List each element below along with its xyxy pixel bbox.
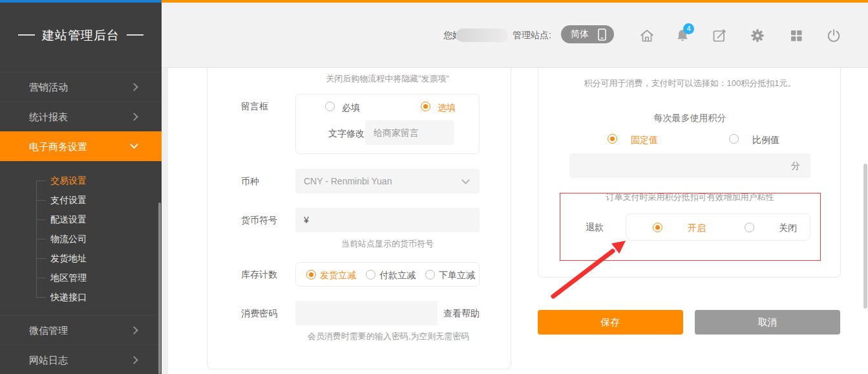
notification-badge: 4 [683,23,694,34]
submenu-item-region-management[interactable]: 地区管理 [0,268,162,287]
chevron-down-icon [130,140,138,149]
trade-settings-panel-left: 关闭后购物流程中将隐藏”发票项” 留言框 必填 选填 文字修改 给商家留言 币种… [207,68,511,369]
title-dash-left [18,34,35,36]
annotation-arrow [543,234,633,302]
consume-password-label: 消费密码 [241,301,277,325]
message-box-label: 留言框 [241,94,268,118]
cancel-button[interactable]: 取消 [695,310,840,335]
radio-refund-off-label[interactable]: 关闭 [779,223,797,234]
submenu-item-shipping-address[interactable]: 发货地址 [0,248,162,268]
stock-count-group: 发货立减 付款立减 下单立减 [295,262,480,287]
radio-fixed-value-label[interactable]: 固定值 [631,135,658,146]
submenu-item-logistics-company[interactable]: 物流公司 [0,229,162,248]
sidebar-item-reports[interactable]: 统计报表 [0,102,162,131]
invoice-note: 关闭后购物流程中将隐藏”发票项” [295,73,480,85]
radio-optional[interactable] [421,102,430,111]
refund-group: 开启 关闭 [626,214,810,241]
radio-required-label[interactable]: 必填 [342,102,360,114]
radio-ship-deduct[interactable] [306,270,316,280]
home-icon[interactable] [639,27,655,44]
sidebar-scrollbar[interactable] [158,203,161,374]
content-area: 关闭后购物流程中将隐藏”发票项” 留言框 必填 选填 文字修改 给商家留言 币种… [162,68,868,374]
radio-refund-on[interactable] [653,223,662,232]
save-button[interactable]: 保存 [538,310,683,335]
radio-order-deduct-label[interactable]: 下单立减 [439,270,475,281]
ecommerce-submenu: 交易设置 支付设置 配送设置 物流公司 发货地址 地区管理 快递接口 [0,161,162,315]
text-edit-label: 文字修改 [328,128,365,140]
sidebar-item-ecommerce-settings[interactable]: 电子商务设置 [0,131,162,161]
edit-icon[interactable] [711,27,728,44]
page-scrollbar[interactable] [863,164,867,309]
bell-icon[interactable]: 4 [674,27,691,44]
chevron-down-icon [461,176,470,184]
chevron-right-icon [130,113,138,121]
title-dash-right [127,34,143,36]
power-icon[interactable] [825,27,842,44]
manage-site-label: 管理站点: [513,30,551,41]
content-left-gutter [162,68,168,374]
username-redacted [456,28,508,42]
sidebar-item-site-logs[interactable]: 网站日志 [0,345,162,374]
radio-fixed-value[interactable] [608,134,617,144]
radio-ship-deduct-label[interactable]: 发货立减 [320,270,356,281]
language-switch-button[interactable]: 简体 [561,25,614,43]
radio-pay-deduct[interactable] [366,270,376,280]
sidebar-item-wechat[interactable]: 微信管理 [0,315,162,345]
stock-count-label: 库存计数 [241,262,277,287]
chevron-right-icon [130,326,138,335]
view-help-link[interactable]: 查看帮助 [443,301,480,325]
currency-symbol-label: 货币符号 [241,208,277,232]
app-window: 建站管理后台 营销活动 统计报表 电子商务设置 交易设置 支付设置 配送设置 物… [0,0,868,374]
points-unit-suffix: 分 [791,160,800,171]
max-points-input[interactable]: 分 [569,153,810,178]
app-title: 建站管理后台 [0,27,162,44]
currency-select[interactable]: CNY - Renminbi Yuan [295,169,480,193]
currency-symbol-input[interactable]: ¥ [295,208,480,232]
radio-ratio-value-label[interactable]: 比例值 [752,135,779,146]
radio-refund-on-label[interactable]: 开启 [688,223,706,234]
submenu-item-delivery-settings[interactable]: 配送设置 [0,210,162,229]
consume-password-input[interactable] [295,301,438,325]
mobile-icon [598,28,606,41]
radio-pay-deduct-label[interactable]: 付款立减 [379,270,416,281]
grid-icon[interactable] [788,27,805,44]
message-text-input[interactable]: 给商家留言 [365,120,454,145]
submenu-item-trade-settings[interactable]: 交易设置 [0,171,162,190]
radio-required[interactable] [325,102,335,111]
radio-ratio-value[interactable] [729,134,739,144]
max-points-label: 每次最多使用积分 [538,113,842,124]
submenu-item-express-api[interactable]: 快递接口 [0,287,162,307]
radio-refund-off[interactable] [745,223,754,232]
chevron-right-icon [130,83,138,91]
radio-optional-label[interactable]: 选填 [438,102,456,114]
points-note: 积分可用于消费，支付时可以选择如：100积分抵扣1元。 [538,78,842,89]
sidebar: 建站管理后台 营销活动 统计报表 电子商务设置 交易设置 支付设置 配送设置 物… [0,3,162,374]
currency-symbol-note: 当前站点显示的货币符号 [295,238,480,250]
deduct-note: 订单支付时采用积分抵扣可有效增加用户粘性 [538,192,842,203]
top-bar: 您好 管理站点: 简体 4 [162,3,868,68]
message-box-group: 必填 选填 文字修改 给商家留言 [295,94,480,154]
gear-icon[interactable] [749,27,766,44]
chevron-right-icon [130,356,138,364]
sidebar-item-marketing[interactable]: 营销活动 [0,72,162,102]
radio-order-deduct[interactable] [425,270,435,280]
consume-password-note: 会员消费时需要的输入密码,为空则无需密码 [279,331,498,342]
submenu-item-payment-settings[interactable]: 支付设置 [0,190,162,210]
currency-label: 币种 [241,169,259,193]
